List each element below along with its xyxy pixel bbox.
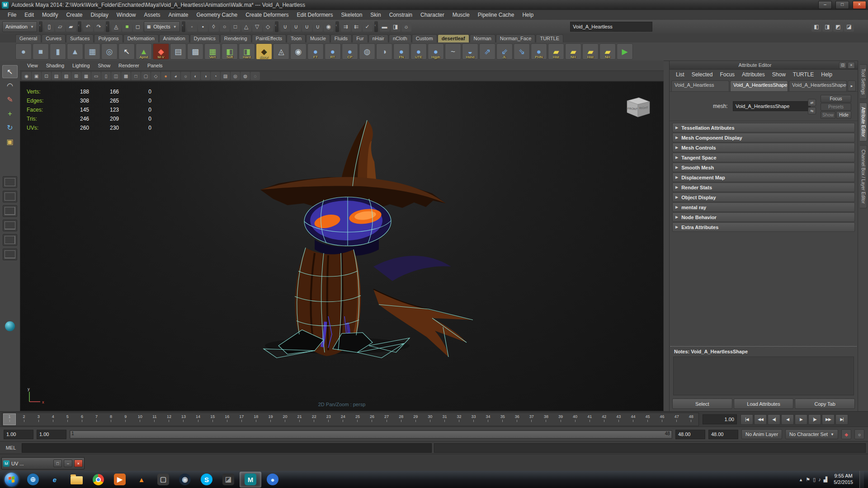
ae-section-mesh-controls[interactable]: ▶Mesh Controls — [672, 143, 855, 152]
file-explorer[interactable] — [66, 472, 87, 487]
panel-menu-show[interactable]: Show — [94, 63, 114, 68]
playback-end-field[interactable]: 48.00 — [675, 430, 705, 439]
power-icon[interactable]: ▯ — [813, 477, 816, 483]
rt-shelf-button[interactable]: ●RT — [325, 43, 341, 60]
mesh-name-field[interactable] — [733, 101, 811, 111]
menu-constrain[interactable]: Constrain — [385, 12, 416, 18]
toggle-sidebar-icon[interactable]: ◪ — [844, 22, 854, 32]
hgph-shelf-button[interactable]: ●Hgph — [428, 43, 444, 60]
shelf-tab-fluids[interactable]: Fluids — [330, 34, 352, 42]
shelf-tab-general[interactable]: General — [15, 34, 41, 42]
animation-preferences-button[interactable]: ☼ — [854, 429, 864, 439]
fn-shelf-button[interactable]: ●FN — [393, 43, 410, 60]
render-settings-icon[interactable]: ☼ — [401, 22, 411, 32]
image-plane-icon[interactable]: ▧ — [61, 72, 71, 80]
timeline-frame-15[interactable]: 15 — [205, 413, 220, 426]
menu-geometry-cache[interactable]: Geometry Cache — [193, 12, 242, 18]
ae-menu-selected[interactable]: Selected — [688, 71, 717, 78]
uv-restore-button[interactable]: □ — [53, 460, 62, 467]
shelf-tab-custom[interactable]: Custom — [412, 34, 437, 42]
layout-preset-button[interactable] — [3, 176, 17, 188]
minimize-button[interactable]: – — [818, 1, 832, 9]
start-button[interactable] — [5, 473, 19, 487]
ae-section-smooth-mesh[interactable]: ▶Smooth Mesh — [672, 163, 855, 172]
timeline-frame-41[interactable]: 41 — [582, 413, 597, 426]
select-rendering-mask-icon[interactable]: ▽ — [252, 22, 262, 32]
snap-to-grid-icon[interactable]: ∪ — [280, 22, 290, 32]
range-slider[interactable]: 1 48 — [70, 430, 672, 439]
timeline-frame-25[interactable]: 25 — [350, 413, 365, 426]
timeline-frame-26[interactable]: 26 — [365, 413, 379, 426]
input-connections-icon[interactable]: ⇉ — [341, 22, 351, 32]
globe-browser[interactable]: ⊕ — [23, 472, 43, 487]
select-dynamics-mask-icon[interactable]: △ — [241, 22, 251, 32]
menu-skeleton[interactable]: Skeleton — [337, 12, 367, 18]
command-line-mode-button[interactable]: MEL — [2, 445, 19, 450]
taskbar-clock[interactable]: 9:55 AM 5/2/2015 — [831, 473, 856, 486]
group-separator[interactable] — [106, 21, 109, 32]
timeline-frame-10[interactable]: 10 — [133, 413, 147, 426]
shelf-tab-turtle[interactable]: TURTLE — [536, 34, 563, 42]
select-surfaces-mask-icon[interactable]: ○ — [220, 22, 230, 32]
menu-display[interactable]: Display — [86, 12, 112, 18]
last-tool-slot[interactable] — [2, 149, 18, 162]
layout-preset-button[interactable] — [3, 220, 17, 231]
viewport-canvas[interactable]: Verts:1881660Edges:3082650Faces:1451230T… — [20, 81, 664, 411]
maximize-button[interactable]: □ — [835, 1, 849, 9]
chrome-browser[interactable] — [88, 472, 108, 487]
ae-tab-overflow-button[interactable]: ▸ — [848, 80, 856, 91]
menu-help[interactable]: Help — [518, 12, 538, 18]
ae-section-extra-attributes[interactable]: ▶Extra Attributes — [672, 222, 855, 232]
ae-section-mesh-component-display[interactable]: ▶Mesh Component Display — [672, 133, 855, 142]
shelf-tab-polygons[interactable]: Polygons — [94, 34, 123, 42]
poly-torus-shelf-button[interactable]: ◎ — [101, 43, 118, 60]
bookmark-icon[interactable]: ▤ — [52, 72, 61, 80]
panel-menu-lighting[interactable]: Lighting — [69, 63, 94, 68]
camera-attributes-icon[interactable]: ⊡ — [42, 72, 51, 80]
persp-view-icon[interactable] — [5, 321, 15, 331]
menu-animate[interactable]: Animate — [164, 12, 192, 18]
play-script-shelf-button[interactable]: ▶ — [617, 43, 633, 60]
ae-menu-focus[interactable]: Focus — [716, 71, 738, 78]
new-scene-icon[interactable]: ▯ — [44, 22, 54, 32]
shelf-tab-norman-face[interactable]: Norman_Face — [496, 34, 536, 42]
phn-shelf-button[interactable]: ●PHN — [531, 43, 547, 60]
ft-shelf-button[interactable]: ●FT — [307, 43, 324, 60]
harden-edge-shelf-button[interactable]: ◨Hard — [239, 43, 255, 60]
screen-recorder[interactable]: ● — [262, 472, 283, 487]
ute-shelf-button[interactable]: ●UTE — [410, 43, 427, 60]
timeline-frame-45[interactable]: 45 — [640, 413, 655, 426]
uv-close-button[interactable]: × — [74, 460, 83, 467]
menu-create[interactable]: Create — [62, 12, 86, 18]
paint-select-tool[interactable]: ✎ — [2, 93, 18, 106]
output-connections-icon[interactable]: ⇇ — [352, 22, 362, 32]
soften-edge-shelf-button[interactable]: ◧Soft — [222, 43, 238, 60]
use-all-lights-icon[interactable]: ☼ — [181, 72, 190, 80]
ae-float-button[interactable]: ⊡ — [839, 62, 846, 69]
timeline-frame-27[interactable]: 27 — [379, 413, 394, 426]
nh-b-shelf-button[interactable]: ▰NH — [599, 43, 616, 60]
snap-to-plane-icon[interactable]: ∪ — [313, 22, 323, 32]
select-misc-mask-icon[interactable]: ◇ — [263, 22, 273, 32]
multisampling-icon[interactable]: ▨ — [221, 72, 230, 80]
wand-b-shelf-button[interactable]: ⇘ — [514, 43, 530, 60]
quick-selection-field[interactable] — [570, 22, 652, 32]
select-arrow-shelf-button[interactable]: ↖ — [118, 43, 135, 60]
timeline-frame-22[interactable]: 22 — [307, 413, 321, 426]
shelf-tab-muscle[interactable]: Muscle — [306, 34, 330, 42]
select-component-mode-icon[interactable]: ◻ — [133, 22, 143, 32]
timeline-frame-30[interactable]: 30 — [423, 413, 437, 426]
timeline-frame-36[interactable]: 36 — [510, 413, 524, 426]
shelf-tab-dynamics[interactable]: Dynamics — [190, 34, 220, 42]
timeline-frame-12[interactable]: 12 — [162, 413, 176, 426]
network-icon[interactable]: ▟ — [824, 477, 827, 483]
timeline-frame-6[interactable]: 6 — [75, 413, 89, 426]
hide-button[interactable]: Hide — [836, 111, 851, 119]
timeline-frame-28[interactable]: 28 — [394, 413, 408, 426]
ae-section-displacement-map[interactable]: ▶Displacement Map — [672, 173, 855, 182]
ae-close-button[interactable]: × — [848, 62, 855, 69]
wand-a-shelf-button[interactable]: ⇗ — [479, 43, 495, 60]
list-connections-icon[interactable]: ⇆ — [808, 107, 816, 114]
ae-section-render-stats[interactable]: ▶Render Stats — [672, 183, 855, 192]
extrude-shelf-button[interactable]: ▤ — [170, 43, 186, 60]
